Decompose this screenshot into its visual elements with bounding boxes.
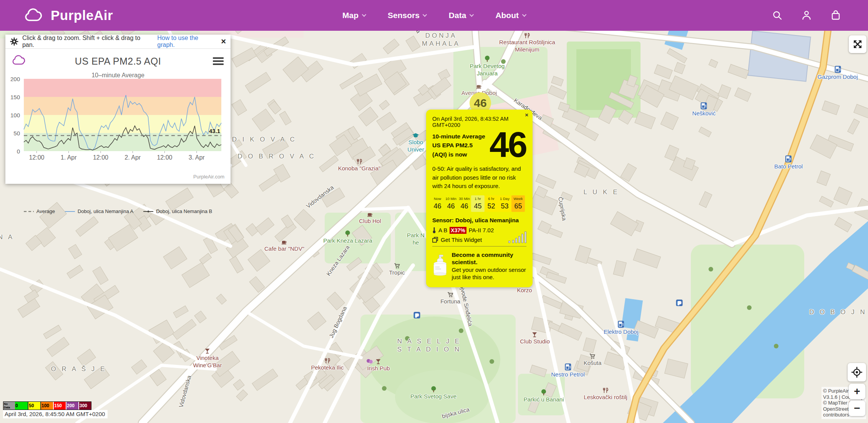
avg-cell-now: Now46 [431,195,444,212]
avg-cell-week: Week65 [511,195,525,212]
nav-item-map[interactable]: Map [342,11,365,20]
graph-close-icon[interactable]: × [221,37,226,46]
legend-segment-50: 50 [28,402,40,410]
x-axis-tick: 2. Apr [124,154,141,161]
tree-icon [523,389,564,396]
parking-icon: P [676,299,683,307]
sensor-popup: × On April 3rd, 2026, 8:43:52 AM GMT+020… [426,110,533,287]
restaurant-icon [499,33,555,38]
parking-icon: P [413,311,421,319]
tree-icon [410,386,456,393]
chevron-down-icon [423,12,427,17]
x-axis-tick: 12:00 [29,154,44,161]
legend-item[interactable]: Average [24,208,55,214]
sensor-device-image [432,249,448,282]
cup-icon [264,240,304,245]
masks-icon [367,359,373,365]
tree-icon [470,55,505,62]
fuel-icon [817,65,858,73]
cart-icon [584,353,602,359]
map-label-ko-uta: Košuta [584,353,602,367]
avg-cell-1hr: 1 hr45 [471,195,485,212]
fuel-icon [551,363,585,371]
fuel-icon [774,155,803,163]
restaurant-icon [338,159,381,165]
avg-cell-30min: 30 Min46 [458,195,471,212]
legend-segment-150: 150 [53,402,66,410]
chevron-down-icon [362,12,366,17]
locate-icon [851,366,863,378]
nav-item-data[interactable]: Data [449,11,473,20]
chart-plot[interactable] [5,79,231,156]
purpleair-cloud-icon[interactable] [12,54,28,67]
cart-icon [389,263,405,269]
zoom-in-button[interactable]: + [849,384,865,399]
header-icons [771,9,842,22]
purpleair-app: DONJAMAHALARestaurant RoštiljnicaMilenij… [0,0,868,423]
map-label-tropic: Tropic [389,263,405,276]
get-widget-link[interactable]: Get This Widget [441,236,482,243]
avg-cell-1day: 1 Day53 [498,195,511,212]
map-label-l-u-k-e: L U K E [584,188,619,196]
cloud-logo-icon [24,7,45,23]
map-label-restaurant-ro-tiljnica: Restaurant RoštiljnicaMilenijum [499,33,555,53]
map-timestamp: April 3rd, 2026, 8:45:50 AM GMT+0200 [3,410,108,418]
popup-channels[interactable]: A B [438,227,447,233]
popup-close-icon[interactable]: × [525,112,528,118]
chart-menu-icon[interactable] [213,57,224,67]
cup-icon [461,84,497,89]
graph-title: US EPA PM2.5 AQI [5,52,231,67]
map-label-pekoteka-ilic: Pekoteka Ilic [311,358,344,371]
cocktail-icon [193,348,222,354]
purpleair-watermark-link[interactable]: PurpleAir.com [193,174,224,180]
map-label-ne-kovi-: Nešković [692,102,716,117]
map-label-park-svetog-save: Park Svetog Save [410,386,456,400]
locate-button[interactable] [848,363,866,381]
brand-logo[interactable]: PurpleAir [24,7,113,23]
map-label-n-a-s-e-l-j-e: N A S E L J ES T A D I O N [397,337,461,354]
chart-legend: AverageDoboj, ulica Nemanjina ADoboj, ul… [5,208,231,214]
legend-segment-200: 200 [66,402,78,410]
nav-item-about[interactable]: About [495,11,526,20]
map-label-bato-petrol: Bato Petrol [774,155,803,170]
thermometer-icon [432,227,436,233]
graph-panel: Click & drag to zoom. Shift + click & dr… [5,35,231,184]
popup-metric-lines: 10-minute AverageUS EPA PM2.5(AQI) is no… [432,132,490,162]
popup-cta[interactable]: Become a community scientist. Get your o… [432,249,526,282]
top-navbar: PurpleAir MapSensorsDataAbout [0,0,868,31]
graph-help-link[interactable]: How to use the graph. [157,35,217,48]
cup-icon [359,212,381,217]
zoom-out-button[interactable]: − [849,401,865,416]
chevron-down-icon [470,12,474,17]
aqi-color-scale: NoData050100150200300 [3,401,91,410]
aqi-chart[interactable]: 05010015020012:001. Apr12:002. Apr12:003… [5,79,231,156]
popup-hardware: PA-II 7.02 [469,227,494,233]
popup-aqi-value: 46 [490,128,526,162]
y-axis-tick: 0 [17,148,20,155]
map-label-d-o-b-r-o-v-a-c: D O B R O V A C [237,152,315,160]
search-icon[interactable] [771,9,783,22]
aqi-legend-overlay: NoData050100150200300 April 3rd, 2026, 8… [3,401,108,418]
y-axis-tick: 50 [13,130,20,137]
legend-item[interactable]: Doboj, ulica Nemanjina B [143,208,212,214]
x-axis-tick: 3. Apr [189,154,205,161]
map-label-slobo: SloboUniver [407,133,424,153]
restaurant-icon [584,388,627,393]
legend-item[interactable]: Doboj, ulica Nemanjina A [65,208,133,214]
map-label-park-kneza-lazara: Park Kneza Lazara [323,230,372,245]
fullscreen-button[interactable] [849,35,866,53]
main-nav: MapSensorsDataAbout [342,11,526,20]
school-icon [407,133,424,138]
brand-name: PurpleAir [51,8,113,23]
gear-icon[interactable] [10,37,18,46]
nav-item-sensors[interactable]: Sensors [388,11,427,20]
map-label-donja: DONJAMAHALA [422,32,460,48]
widget-icon [432,237,438,243]
cta-title: Become a community scientist. [451,251,526,266]
svg-text:P: P [678,300,681,306]
map-label-parki-u-banani: Parkić u Banani [523,389,564,403]
fullscreen-icon [853,39,863,49]
account-icon[interactable] [800,9,813,22]
x-axis-tick: 1. Apr [61,154,77,161]
cart-bag-icon[interactable] [830,9,842,22]
